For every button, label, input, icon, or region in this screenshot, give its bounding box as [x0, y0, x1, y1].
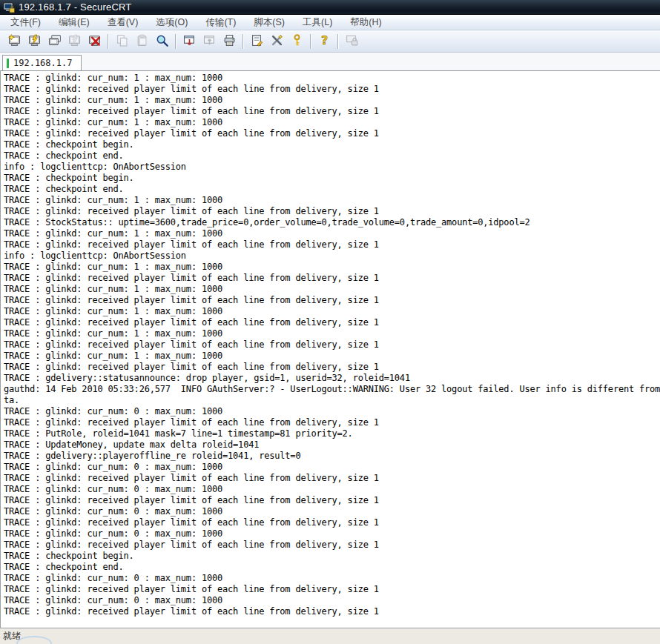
terminal-line: TRACE : glinkd: received player limit of… — [4, 495, 660, 506]
receive-file-icon — [203, 34, 216, 49]
terminal-line: TRACE : glinkd: received player limit of… — [4, 106, 660, 117]
terminal-line: TRACE : glinkd: received player limit of… — [4, 273, 660, 284]
terminal-line: TRACE : glinkd: cur_num: 1 : max_num: 10… — [4, 306, 660, 317]
reconnect-button — [65, 32, 84, 50]
terminal-line: TRACE : gdelivery::playeroffline_re role… — [4, 451, 660, 462]
terminal-line: TRACE : checkpoint begin. — [4, 551, 660, 562]
terminal-line: TRACE : glinkd: cur_num: 1 : max_num: 10… — [4, 228, 660, 239]
global-options-icon — [271, 34, 283, 49]
terminal-line: TRACE : UpdateMoney, update max delta ro… — [4, 439, 660, 451]
connect-in-tab-button[interactable] — [45, 32, 64, 50]
send-file-button[interactable] — [180, 32, 199, 50]
terminal-line: TRACE : glinkd: received player limit of… — [4, 128, 660, 139]
session-tab[interactable]: 192.168.1.7 — [2, 55, 82, 70]
connect-icon — [8, 34, 21, 49]
toolbar-separator — [175, 34, 176, 49]
terminal-line: TRACE : checkpoint begin. — [4, 139, 660, 150]
paste-icon — [136, 34, 148, 49]
lock-session-icon — [346, 34, 358, 49]
terminal-line: TRACE : glinkd: received player limit of… — [4, 339, 660, 351]
terminal-line: TRACE : gdelivery::statusannounce: drop … — [4, 373, 660, 384]
terminal-line: TRACE : glinkd: cur_num: 0 : max_num: 10… — [4, 506, 660, 517]
disconnect-icon — [88, 34, 101, 49]
terminal-line: info : logclienttcp: OnAbortSession — [4, 162, 660, 173]
menu-item-file[interactable]: 文件(F) — [1, 15, 50, 30]
terminal-line: info : logclienttcp: OnAbortSession — [4, 250, 660, 262]
menu-item-options[interactable]: 选项(O) — [147, 15, 197, 30]
terminal-line: TRACE : PutRole, roleid=1041 mask=7 line… — [4, 428, 660, 439]
terminal-line: TRACE : glinkd: cur_num: 1 : max_num: 10… — [4, 328, 660, 339]
terminal-line: TRACE : glinkd: received player limit of… — [4, 606, 660, 617]
menu-item-tools[interactable]: 工具(L) — [294, 15, 341, 30]
terminal-line: TRACE : glinkd: received player limit of… — [4, 362, 660, 373]
copy-icon — [116, 34, 128, 49]
decorative-arc — [16, 636, 52, 644]
menu-item-view[interactable]: 查看(V) — [99, 15, 148, 30]
terminal-line: TRACE : glinkd: cur_num: 1 : max_num: 10… — [4, 73, 660, 84]
copy-button — [113, 32, 131, 50]
securecrt-app-icon — [3, 1, 15, 13]
svg-text:?: ? — [321, 34, 328, 47]
status-bar: 就绪 — [0, 628, 660, 644]
terminal-line: TRACE : glinkd: received player limit of… — [4, 517, 660, 528]
disconnect-button[interactable] — [85, 32, 104, 50]
menu-bar: 文件(F)编辑(E)查看(V)选项(O)传输(T)脚本(S)工具(L)帮助(H) — [0, 15, 660, 30]
terminal-line: TRACE : glinkd: cur_num: 1 : max_num: 10… — [4, 195, 660, 206]
terminal-screen[interactable]: TRACE : glinkd: cur_num: 1 : max_num: 10… — [0, 71, 660, 628]
menu-item-help[interactable]: 帮助(H) — [341, 15, 390, 30]
toolbar: ? — [0, 30, 660, 53]
terminal-line: TRACE : glinkd: cur_num: 1 : max_num: 10… — [4, 95, 660, 106]
menu-item-edit[interactable]: 编辑(E) — [50, 15, 99, 30]
terminal-line: TRACE : glinkd: cur_num: 0 : max_num: 10… — [4, 595, 660, 606]
keymap-icon — [291, 34, 303, 49]
lock-session-button — [343, 32, 361, 50]
keymap-button[interactable] — [288, 32, 306, 50]
terminal-line: gauthd: 14 Feb 2010 05:33:26,577 INFO GA… — [4, 384, 660, 395]
terminal-line: TRACE : glinkd: cur_num: 1 : max_num: 10… — [4, 262, 660, 273]
menu-item-transfer[interactable]: 传输(T) — [197, 15, 245, 30]
terminal-line: TRACE : glinkd: cur_num: 0 : max_num: 10… — [4, 484, 660, 495]
terminal-line: TRACE : glinkd: cur_num: 1 : max_num: 10… — [4, 117, 660, 128]
reconnect-icon — [68, 34, 81, 49]
terminal-line: TRACE : glinkd: received player limit of… — [4, 473, 660, 484]
terminal-line: TRACE : glinkd: received player limit of… — [4, 540, 660, 551]
terminal-line: TRACE : checkpoint end. — [4, 150, 660, 162]
terminal-line: TRACE : glinkd: cur_num: 1 : max_num: 10… — [4, 284, 660, 295]
print-button[interactable] — [220, 32, 239, 50]
session-options-button[interactable] — [248, 32, 266, 50]
terminal-line: TRACE : glinkd: received player limit of… — [4, 206, 660, 217]
terminal-line: TRACE : glinkd: received player limit of… — [4, 584, 660, 595]
terminal-line: TRACE : checkpoint end. — [4, 562, 660, 573]
receive-file-button — [200, 32, 219, 50]
title-bar[interactable]: 192.168.1.7 - SecureCRT — [0, 0, 660, 15]
terminal-line: TRACE : glinkd: received player limit of… — [4, 417, 660, 428]
print-icon — [223, 34, 236, 49]
terminal-line: TRACE : glinkd: cur_num: 0 : max_num: 10… — [4, 528, 660, 540]
toolbar-separator — [337, 34, 339, 49]
menu-item-script[interactable]: 脚本(S) — [245, 15, 294, 30]
toolbar-separator — [242, 34, 244, 49]
toolbar-separator — [310, 34, 311, 49]
help-icon: ? — [318, 34, 331, 49]
connect-in-tab-icon — [48, 34, 61, 49]
help-button[interactable]: ? — [315, 32, 334, 50]
terminal-line: TRACE : glinkd: cur_num: 1 : max_num: 10… — [4, 351, 660, 362]
terminal-line: TRACE : glinkd: cur_num: 0 : max_num: 10… — [4, 462, 660, 473]
connect-button[interactable] — [5, 32, 24, 50]
paste-button — [133, 32, 151, 50]
quick-connect-button[interactable] — [25, 32, 44, 50]
window-title: 192.168.1.7 - SecureCRT — [19, 1, 132, 13]
terminal-line: ta. — [4, 395, 660, 406]
tab-bar: 192.168.1.7 — [0, 53, 660, 71]
send-file-icon — [183, 34, 196, 49]
terminal-line: TRACE : glinkd: cur_num: 0 : max_num: 10… — [4, 406, 660, 417]
terminal-line: TRACE : glinkd: received player limit of… — [4, 84, 660, 95]
quick-connect-icon — [28, 34, 41, 49]
terminal-line: TRACE : StockStatus:: uptime=3600,trade_… — [4, 217, 660, 228]
terminal-line: TRACE : checkpoint end. — [4, 184, 660, 195]
find-button[interactable] — [153, 32, 171, 50]
tab-status-indicator — [7, 59, 9, 68]
global-options-button[interactable] — [268, 32, 286, 50]
session-options-icon — [251, 34, 263, 49]
terminal-line: TRACE : glinkd: received player limit of… — [4, 239, 660, 250]
